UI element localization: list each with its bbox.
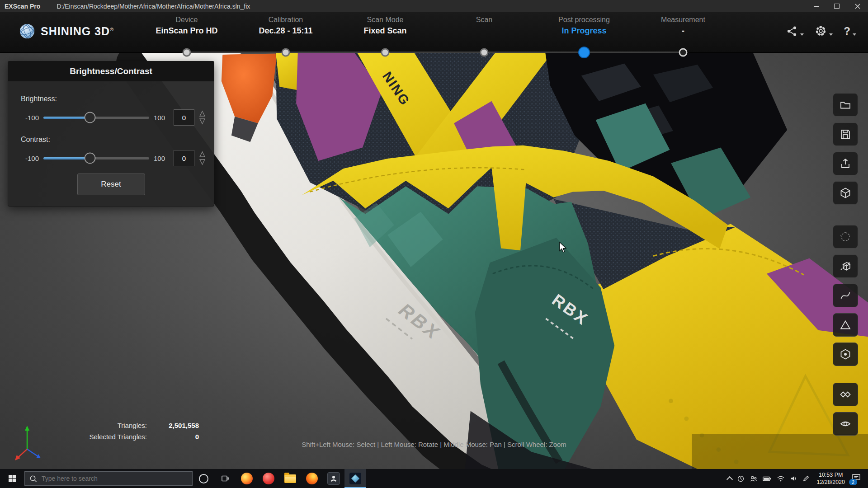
volume-icon[interactable]: [790, 475, 797, 482]
export-icon: [839, 157, 852, 170]
clock-date: 12/28/2020: [816, 479, 845, 486]
reset-button[interactable]: Reset: [77, 174, 145, 195]
task-view-icon: [221, 474, 230, 483]
simplify-button[interactable]: [833, 313, 858, 337]
pinned-app-firefox[interactable]: [301, 469, 323, 488]
brightness-contrast-dialog: Brightness/Contrast Brightness: -100 100…: [8, 61, 214, 206]
selected-triangles-label: Selected Triangles:: [68, 433, 147, 441]
battery-icon[interactable]: [763, 475, 772, 482]
close-button[interactable]: [847, 0, 868, 12]
view-toolbar: [833, 383, 857, 436]
maximize-button[interactable]: [826, 0, 847, 12]
gear-icon: [815, 25, 827, 37]
curve-icon: [839, 289, 852, 302]
start-button[interactable]: [0, 469, 24, 488]
contrast-slider-fill: [43, 157, 90, 160]
progress-dot-calibration[interactable]: [282, 48, 290, 57]
brightness-label: Brightness:: [21, 95, 57, 103]
fill-holes-button[interactable]: [833, 343, 858, 366]
contrast-slider[interactable]: [43, 157, 149, 160]
taskbar-clock[interactable]: 10:53 PM 12/28/2020: [815, 471, 847, 486]
texture-toggle-button[interactable]: [833, 383, 858, 406]
mouse-cursor: [559, 242, 569, 253]
cortana-button[interactable]: [193, 469, 214, 488]
cut-plane-button[interactable]: [833, 254, 858, 278]
brightness-slider[interactable]: [43, 117, 149, 119]
minimize-icon: [814, 6, 819, 7]
folder-icon: [839, 99, 852, 111]
contrast-max-label: 100: [154, 155, 169, 162]
progress-dot-scan-mode[interactable]: [381, 48, 390, 57]
step-measurement[interactable]: Measurement -: [627, 16, 740, 36]
brand-logo: SHINING 3D®: [19, 23, 114, 39]
chevron-down-icon: [853, 33, 856, 36]
cut-plane-icon: [839, 260, 852, 272]
contrast-value-input[interactable]: 0: [174, 150, 194, 166]
share-menu[interactable]: [786, 25, 804, 37]
brightness-slider-thumb[interactable]: [84, 112, 95, 123]
brand-name: SHINING 3D®: [41, 25, 114, 38]
contrast-slider-thumb[interactable]: [84, 153, 95, 164]
exscan-taskbar-app[interactable]: [344, 469, 366, 488]
clock-icon[interactable]: [737, 475, 745, 483]
mouse-hint-text: Shift+Left Mouse: Select | Left Mouse: R…: [0, 441, 868, 448]
triangles-value: 2,501,558: [147, 422, 199, 429]
progress-dot-post-processing[interactable]: [578, 47, 590, 58]
cortana-icon: [199, 474, 208, 483]
exscan-app-icon: [349, 473, 361, 484]
pen-icon[interactable]: [802, 475, 810, 482]
maximize-icon: [834, 4, 840, 9]
task-view-button[interactable]: [214, 469, 236, 488]
brightness-row: -100 100 0: [21, 109, 206, 126]
settings-menu[interactable]: [815, 25, 833, 37]
pinned-app-5[interactable]: [323, 469, 344, 488]
save-button[interactable]: [833, 122, 858, 146]
help-icon: ?: [844, 25, 850, 37]
pinned-app-browser[interactable]: [236, 469, 258, 488]
share-icon: [786, 25, 798, 37]
export-button[interactable]: [833, 152, 858, 175]
exscan-window: EXScan Pro D:/Einscan/Rockdeep/MotherAfr…: [0, 0, 868, 488]
contrast-stepper[interactable]: [199, 151, 206, 165]
brightness-stepper[interactable]: [199, 110, 206, 125]
taskbar-search[interactable]: [24, 471, 193, 486]
teams-icon[interactable]: [750, 475, 758, 483]
dialog-header[interactable]: Brightness/Contrast: [8, 61, 214, 81]
step-calibration[interactable]: Calibration Dec.28 - 15:11: [229, 16, 342, 36]
step-device[interactable]: Device EinScan Pro HD: [130, 16, 243, 36]
search-input[interactable]: [41, 474, 188, 483]
progress-dot-device[interactable]: [183, 48, 191, 57]
lasso-select-button[interactable]: [833, 225, 858, 249]
progress-dot-measurement[interactable]: [679, 48, 688, 57]
system-tray: 10:53 PM 12/28/2020 2: [727, 469, 868, 488]
step-scan[interactable]: Scan: [428, 16, 541, 36]
brightness-max-label: 100: [154, 114, 169, 122]
pinned-app-file-explorer[interactable]: [279, 469, 301, 488]
step-scan-mode[interactable]: Scan Mode Fixed Scan: [329, 16, 442, 36]
chevron-down-icon: [800, 33, 804, 36]
registered-mark: ®: [110, 26, 114, 32]
wifi-icon[interactable]: [777, 475, 785, 482]
chevron-down-icon: [829, 33, 833, 36]
open-project-button[interactable]: [833, 93, 858, 117]
hidden-icons-caret[interactable]: [726, 476, 733, 482]
visibility-button[interactable]: [833, 412, 858, 436]
search-icon: [29, 475, 37, 483]
edit-toolbar: [833, 225, 857, 366]
windows-taskbar: 10:53 PM 12/28/2020 2: [0, 469, 868, 488]
brightness-value-input[interactable]: 0: [174, 109, 194, 126]
pinned-app-red[interactable]: [258, 469, 279, 488]
model-view-button[interactable]: [833, 181, 858, 205]
action-center-button[interactable]: 2: [852, 474, 864, 483]
file-explorer-icon: [284, 474, 296, 483]
save-icon: [839, 128, 852, 141]
brightness-slider-fill: [43, 117, 90, 119]
minimize-button[interactable]: [806, 0, 826, 12]
help-menu[interactable]: ?: [844, 25, 856, 37]
smooth-curve-button[interactable]: [833, 284, 858, 307]
step-post-processing[interactable]: Post processing In Progress: [528, 16, 641, 36]
selected-triangles-value: 0: [147, 433, 199, 441]
clock-time: 10:53 PM: [816, 471, 845, 479]
progress-dot-scan[interactable]: [480, 48, 489, 57]
file-toolbar: [833, 93, 857, 205]
